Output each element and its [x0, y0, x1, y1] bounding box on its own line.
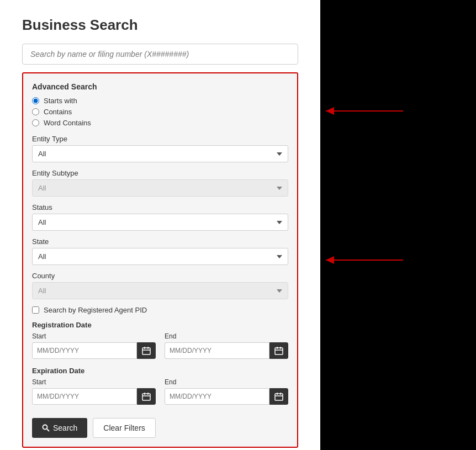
- radio-contains[interactable]: Contains: [32, 108, 288, 116]
- county-field: County All: [32, 272, 288, 299]
- svg-rect-12: [275, 394, 283, 400]
- state-field: State All: [32, 237, 288, 265]
- exp-start-input[interactable]: [32, 388, 137, 405]
- state-select[interactable]: All: [32, 248, 288, 265]
- red-arrows: [320, 0, 476, 450]
- registration-date-row: Start: [32, 332, 288, 359]
- page-title: Business Search: [22, 17, 298, 34]
- reg-start-input[interactable]: [32, 342, 137, 359]
- reg-end-field: End: [165, 332, 288, 359]
- entity-subtype-label: Entity Subtype: [32, 169, 288, 177]
- calendar-icon-2: [274, 346, 283, 355]
- status-field: Status All: [32, 203, 288, 231]
- reg-start-input-row: [32, 342, 156, 359]
- registered-agent-row: Search by Registered Agent PID: [32, 306, 288, 314]
- main-search-input[interactable]: [22, 44, 298, 65]
- reg-start-field: Start: [32, 332, 156, 359]
- reg-start-calendar-btn[interactable]: [137, 342, 156, 359]
- exp-start-label: Start: [32, 378, 156, 386]
- radio-word-contains[interactable]: Word Contains: [32, 119, 288, 127]
- entity-type-select[interactable]: All: [32, 145, 288, 162]
- entity-type-label: Entity Type: [32, 135, 288, 143]
- reg-end-input-row: [165, 342, 288, 359]
- reg-end-label: End: [165, 332, 288, 340]
- advanced-search-panel: Advanced Search Starts with Contains Wor…: [22, 72, 298, 448]
- clear-filters-label: Clear Filters: [103, 423, 145, 432]
- registered-agent-checkbox[interactable]: [32, 306, 39, 314]
- exp-end-calendar-btn[interactable]: [269, 388, 288, 405]
- expiration-date-title: Expiration Date: [32, 367, 288, 375]
- svg-rect-0: [142, 348, 150, 354]
- radio-contains-label: Contains: [44, 108, 72, 116]
- reg-end-calendar-btn[interactable]: [269, 342, 288, 359]
- entity-subtype-select[interactable]: All: [32, 179, 288, 197]
- search-icon: [42, 424, 50, 432]
- radio-starts-with[interactable]: Starts with: [32, 97, 288, 105]
- clear-filters-button[interactable]: Clear Filters: [93, 418, 155, 438]
- search-button[interactable]: Search: [32, 418, 87, 438]
- state-label: State: [32, 237, 288, 246]
- county-label: County: [32, 272, 288, 280]
- status-select[interactable]: All: [32, 214, 288, 231]
- registered-agent-label[interactable]: Search by Registered Agent PID: [44, 306, 147, 314]
- svg-marker-21: [326, 256, 334, 264]
- registration-date-title: Registration Date: [32, 321, 288, 329]
- svg-rect-4: [275, 348, 283, 354]
- exp-end-label: End: [165, 378, 288, 386]
- expiration-date-row: Start: [32, 378, 288, 405]
- search-button-label: Search: [53, 423, 77, 432]
- exp-end-input-row: [165, 388, 288, 405]
- advanced-search-title: Advanced Search: [32, 82, 288, 91]
- expiration-date-section: Expiration Date Start: [32, 367, 288, 405]
- reg-end-input[interactable]: [165, 342, 269, 359]
- entity-subtype-field: Entity Subtype All: [32, 169, 288, 197]
- action-button-row: Search Clear Filters: [32, 412, 288, 438]
- svg-marker-19: [326, 107, 334, 115]
- calendar-icon-3: [142, 392, 151, 401]
- registration-date-section: Registration Date Start: [32, 321, 288, 359]
- exp-end-field: End: [165, 378, 288, 405]
- county-select[interactable]: All: [32, 282, 288, 299]
- search-type-radio-group: Starts with Contains Word Contains: [32, 97, 288, 127]
- radio-starts-with-label: Starts with: [44, 97, 77, 105]
- entity-type-field: Entity Type All: [32, 135, 288, 162]
- radio-word-contains-label: Word Contains: [44, 119, 91, 127]
- exp-end-input[interactable]: [165, 388, 269, 405]
- right-panel: [320, 0, 476, 450]
- exp-start-input-row: [32, 388, 156, 405]
- svg-point-16: [43, 425, 47, 430]
- exp-start-field: Start: [32, 378, 156, 405]
- calendar-icon: [142, 346, 151, 355]
- svg-line-17: [47, 429, 49, 431]
- exp-start-calendar-btn[interactable]: [137, 388, 156, 405]
- status-label: Status: [32, 203, 288, 211]
- calendar-icon-4: [274, 392, 283, 401]
- svg-rect-8: [142, 394, 150, 400]
- reg-start-label: Start: [32, 332, 156, 340]
